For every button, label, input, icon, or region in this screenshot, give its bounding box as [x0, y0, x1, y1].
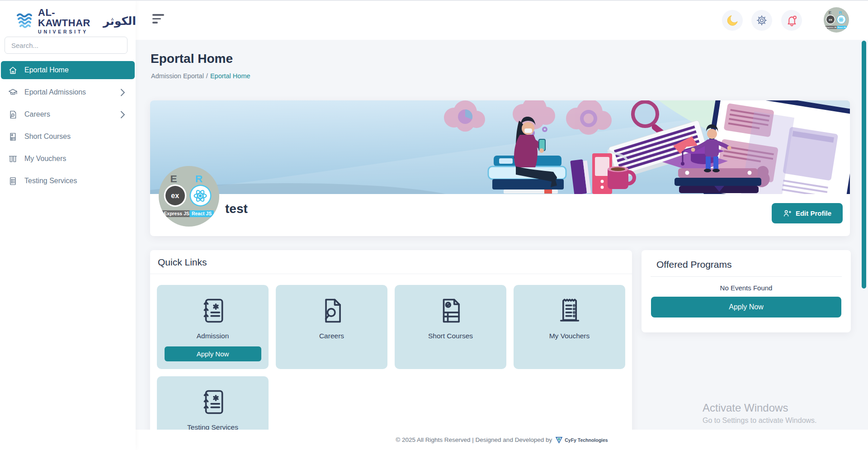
moon-icon	[726, 14, 738, 26]
admission-form-icon	[199, 297, 227, 325]
profile-avatar[interactable]: E R ex Express JS React JS	[159, 166, 219, 227]
admission-apply-now-button[interactable]: Apply Now	[165, 346, 261, 361]
breadcrumb-current[interactable]: Eportal Home	[210, 72, 250, 80]
brand-arabic: الكوثر	[103, 14, 136, 28]
offered-programs-card: Offered Programs No Events Found Apply N…	[642, 250, 851, 332]
gear-icon	[756, 14, 768, 26]
quick-link-label: Short Courses	[428, 332, 473, 340]
notifications-button[interactable]	[781, 10, 802, 31]
search-input[interactable]	[5, 37, 127, 54]
cyfy-logo-icon	[555, 436, 563, 444]
express-logo-icon: ex	[826, 15, 835, 24]
breadcrumb-separator: /	[206, 72, 208, 80]
sidebar-item-label: Careers	[24, 110, 50, 118]
sidebar-item-testing-services[interactable]: Testing Services	[1, 172, 135, 190]
sidebar-item-short-courses[interactable]: Short Courses	[1, 128, 135, 146]
sidebar-item-label: Short Courses	[24, 133, 71, 141]
breadcrumb: Admission Eportal/Eportal Home	[151, 72, 250, 80]
university-logo[interactable]: AL-KAWTHAR UNIVERSITY الكوثر	[0, 0, 136, 34]
sidebar-item-careers[interactable]: Careers	[1, 105, 135, 123]
quick-links-card: Quick Links Admission Apply Now	[150, 250, 632, 450]
sidebar-item-label: Eportal Home	[24, 66, 69, 74]
avatar-letter-e: E	[170, 173, 177, 185]
profile-name: test	[225, 202, 248, 216]
receipt-icon	[556, 297, 584, 325]
sidebar-menu: Eportal Home Eportal Admissions Careers …	[1, 61, 135, 194]
footer: © 2025 All Rights Reserved | Designed an…	[136, 430, 868, 450]
voucher-icon	[8, 154, 18, 164]
react-logo-icon	[191, 186, 210, 205]
career-search-icon	[8, 110, 18, 119]
quick-link-short-courses[interactable]: Short Courses	[395, 285, 506, 369]
chevron-right-icon	[118, 88, 127, 97]
quick-link-label: Careers	[319, 332, 344, 340]
profile-banner-card: E R ex Express JS React JS test Edit Pro…	[150, 100, 850, 236]
chevron-right-icon	[118, 110, 127, 119]
sidebar-item-eportal-home[interactable]: Eportal Home	[1, 61, 135, 79]
brand-subtitle: UNIVERSITY	[38, 29, 90, 34]
settings-button[interactable]	[751, 10, 772, 31]
quick-links-grid: Admission Apply Now Careers	[150, 274, 632, 450]
react-tag: React JS	[189, 210, 213, 217]
checklist-icon	[8, 176, 18, 186]
logo-waves-icon	[16, 12, 33, 30]
activate-windows-watermark: Activate Windows Go to Settings to activ…	[703, 402, 817, 425]
avatar-letter-r: R	[195, 173, 202, 185]
page-top-border	[0, 0, 868, 1]
bell-icon	[786, 14, 798, 27]
sidebar-item-my-vouchers[interactable]: My Vouchers	[1, 150, 135, 168]
react-tag: React JS	[837, 26, 847, 29]
quick-link-my-vouchers[interactable]: My Vouchers	[514, 285, 625, 369]
quick-link-label: Admission	[197, 332, 229, 340]
course-doc-icon	[437, 297, 465, 325]
react-logo-icon	[837, 15, 845, 24]
theme-toggle-button[interactable]	[722, 10, 743, 31]
breadcrumb-parent[interactable]: Admission Eportal	[151, 72, 204, 80]
sidebar-item-eportal-admissions[interactable]: Eportal Admissions	[1, 83, 135, 101]
course-doc-icon	[8, 132, 18, 142]
express-tag: Express JS	[825, 26, 837, 29]
user-avatar[interactable]: E R ex Express JS React JS	[824, 7, 849, 33]
avatar-letter-r: R	[839, 10, 842, 15]
sidebar-item-label: Eportal Admissions	[24, 88, 86, 96]
topbar: E R ex Express JS React JS	[136, 0, 868, 40]
brand-title: AL-KAWTHAR	[38, 7, 90, 28]
edit-profile-button[interactable]: Edit Profile	[772, 203, 843, 223]
quick-link-admission[interactable]: Admission Apply Now	[157, 285, 269, 369]
quick-link-label: My Vouchers	[549, 332, 590, 340]
scrollbar-thumb[interactable]	[862, 41, 866, 289]
banner-illustration	[150, 100, 850, 194]
sidebar-item-label: Testing Services	[24, 177, 77, 185]
sidebar: AL-KAWTHAR UNIVERSITY الكوثر Eportal Hom…	[0, 0, 136, 450]
express-logo-icon: ex	[165, 186, 185, 205]
offered-apply-now-button[interactable]: Apply Now	[651, 297, 841, 317]
sidebar-item-label: My Vouchers	[24, 155, 66, 163]
express-tag: Express JS	[162, 210, 192, 217]
page-title: Eportal Home	[151, 52, 233, 66]
quick-links-title: Quick Links	[150, 250, 632, 274]
career-search-icon	[318, 297, 346, 325]
eportal-page: AL-KAWTHAR UNIVERSITY الكوثر Eportal Hom…	[0, 0, 868, 450]
user-plus-icon	[783, 209, 792, 218]
home-icon	[8, 66, 18, 75]
quick-link-careers[interactable]: Careers	[276, 285, 387, 369]
admission-form-icon	[199, 388, 227, 416]
graduation-cap-icon	[8, 88, 18, 97]
hamburger-icon[interactable]	[152, 14, 165, 26]
copyright-text: © 2025 All Rights Reserved | Designed an…	[396, 436, 552, 443]
avatar-letter-e: E	[829, 10, 831, 15]
main-content: Eportal Home Admission Eportal/Eportal H…	[136, 40, 868, 450]
no-events-text: No Events Found	[642, 284, 851, 292]
offered-programs-title: Offered Programs	[651, 250, 842, 277]
cyfy-brand[interactable]: CyFy Technologies	[555, 436, 608, 444]
